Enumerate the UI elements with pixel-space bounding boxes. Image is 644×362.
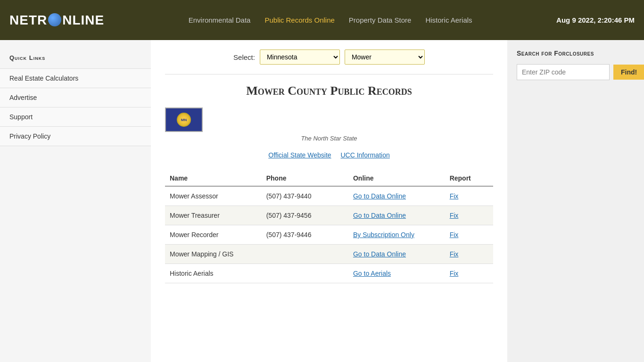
record-online-link[interactable]: Go to Data Online bbox=[353, 212, 406, 219]
table-row: Mower Recorder(507) 437-9446By Subscript… bbox=[165, 225, 493, 245]
state-flag: MN bbox=[165, 107, 203, 132]
col-header-online: Online bbox=[348, 171, 445, 186]
find-button[interactable]: Find! bbox=[613, 65, 644, 80]
nav-environmental-data[interactable]: Environmental Data bbox=[189, 16, 251, 24]
record-name: Mower Recorder bbox=[165, 225, 262, 245]
record-phone: (507) 437-9446 bbox=[262, 225, 348, 245]
record-report-link[interactable]: Fix bbox=[450, 250, 459, 258]
main-nav: Environmental Data Public Records Online… bbox=[189, 16, 472, 24]
record-online: Go to Data Online bbox=[348, 245, 445, 264]
record-phone: (507) 437-9440 bbox=[262, 186, 348, 206]
record-online: Go to Aerials bbox=[348, 264, 445, 283]
record-online: By Subscription Only bbox=[348, 225, 445, 245]
table-row: Historic AerialsGo to AerialsFix bbox=[165, 264, 493, 283]
record-name: Mower Treasurer bbox=[165, 206, 262, 225]
links-row: Official State Website UCC Information bbox=[165, 151, 493, 159]
sidebar-item-support[interactable]: Support bbox=[0, 107, 151, 126]
zip-input[interactable] bbox=[517, 64, 610, 80]
record-phone: (507) 437-9456 bbox=[262, 206, 348, 225]
county-title: Mower County Public Records bbox=[165, 84, 493, 98]
globe-icon bbox=[48, 13, 61, 26]
county-section: Mower County Public Records MN The North… bbox=[165, 74, 493, 283]
right-panel: Search for Forclosures Find! bbox=[507, 40, 644, 362]
flag-seal: MN bbox=[177, 113, 191, 127]
record-report: Fix bbox=[445, 264, 493, 283]
records-tbody: Mower Assessor(507) 437-9440Go to Data O… bbox=[165, 186, 493, 283]
record-name: Mower Assessor bbox=[165, 186, 262, 206]
state-select[interactable]: Minnesota bbox=[260, 49, 340, 65]
sidebar: Quick Links Real Estate Calculators Adve… bbox=[0, 40, 151, 362]
table-row: Mower Assessor(507) 437-9440Go to Data O… bbox=[165, 186, 493, 206]
record-online-link[interactable]: Go to Aerials bbox=[353, 270, 391, 277]
select-label: Select: bbox=[233, 53, 255, 61]
nav-property-data[interactable]: Property Data Store bbox=[349, 16, 412, 24]
record-name: Historic Aerials bbox=[165, 264, 262, 283]
record-online-link[interactable]: Go to Data Online bbox=[353, 250, 406, 258]
foreclosure-title: Search for Forclosures bbox=[517, 49, 635, 57]
ucc-information-link[interactable]: UCC Information bbox=[340, 151, 389, 159]
record-report: Fix bbox=[445, 245, 493, 264]
sidebar-title: Quick Links bbox=[0, 49, 151, 68]
record-online-link[interactable]: Go to Data Online bbox=[353, 192, 406, 200]
logo-text-after: NLINE bbox=[62, 13, 104, 28]
col-header-name: Name bbox=[165, 171, 262, 186]
col-header-report: Report bbox=[445, 171, 493, 186]
record-report-link[interactable]: Fix bbox=[450, 231, 459, 239]
record-report-link[interactable]: Fix bbox=[450, 192, 459, 200]
header: NETR NLINE Environmental Data Public Rec… bbox=[0, 0, 644, 40]
zip-form: Find! bbox=[517, 64, 635, 80]
col-header-phone: Phone bbox=[262, 171, 348, 186]
nav-public-records[interactable]: Public Records Online bbox=[264, 16, 334, 24]
official-state-website-link[interactable]: Official State Website bbox=[268, 151, 331, 159]
sidebar-item-real-estate-calc[interactable]: Real Estate Calculators bbox=[0, 68, 151, 88]
logo-text-before: NETR bbox=[9, 13, 47, 28]
record-report: Fix bbox=[445, 186, 493, 206]
content-area: Select: Minnesota Mower Mower County Pub… bbox=[151, 40, 507, 362]
record-name: Mower Mapping / GIS bbox=[165, 245, 262, 264]
table-row: Mower Mapping / GISGo to Data OnlineFix bbox=[165, 245, 493, 264]
record-online: Go to Data Online bbox=[348, 186, 445, 206]
table-header-row: Name Phone Online Report bbox=[165, 171, 493, 186]
flag-section: MN The North Star State bbox=[165, 107, 493, 142]
datetime-display: Aug 9 2022, 2:20:46 PM bbox=[556, 16, 635, 24]
main-layout: Quick Links Real Estate Calculators Adve… bbox=[0, 40, 644, 362]
record-online: Go to Data Online bbox=[348, 206, 445, 225]
logo[interactable]: NETR NLINE bbox=[9, 13, 104, 28]
record-online-link[interactable]: By Subscription Only bbox=[353, 231, 414, 239]
record-phone bbox=[262, 264, 348, 283]
county-select[interactable]: Mower bbox=[345, 49, 425, 65]
state-nickname: The North Star State bbox=[165, 135, 493, 142]
record-report: Fix bbox=[445, 225, 493, 245]
sidebar-item-privacy-policy[interactable]: Privacy Policy bbox=[0, 126, 151, 146]
records-table: Name Phone Online Report Mower Assessor(… bbox=[165, 171, 493, 283]
select-row: Select: Minnesota Mower bbox=[165, 49, 493, 65]
record-report-link[interactable]: Fix bbox=[450, 212, 459, 219]
table-row: Mower Treasurer(507) 437-9456Go to Data … bbox=[165, 206, 493, 225]
record-phone bbox=[262, 245, 348, 264]
sidebar-item-advertise[interactable]: Advertise bbox=[0, 88, 151, 107]
nav-historic-aerials[interactable]: Historic Aerials bbox=[425, 16, 472, 24]
record-report: Fix bbox=[445, 206, 493, 225]
record-report-link[interactable]: Fix bbox=[450, 270, 459, 277]
